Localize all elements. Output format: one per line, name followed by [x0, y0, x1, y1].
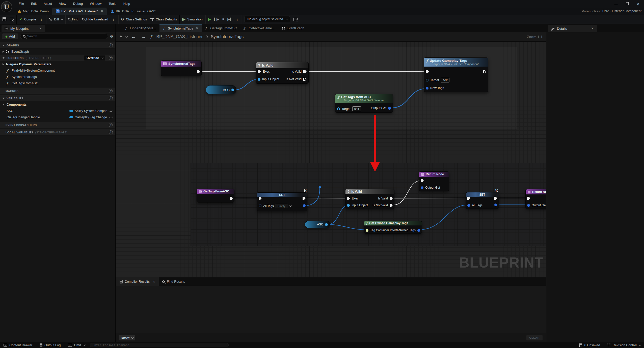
compile-button[interactable]: ✓ Compile: [19, 17, 36, 21]
close-tab-icon[interactable]: ✕: [153, 280, 155, 283]
node-asc-variable-2[interactable]: ASC: [305, 221, 330, 228]
exec-in-pin[interactable]: [347, 197, 350, 200]
forward-icon[interactable]: →: [140, 34, 147, 40]
show-filter-dropdown[interactable]: SHOW: [119, 335, 135, 340]
target-value-box[interactable]: self: [441, 78, 450, 82]
add-local-variable-icon[interactable]: +: [109, 130, 113, 134]
object-out-pin[interactable]: [325, 223, 328, 226]
menu-tools[interactable]: Tools: [105, 0, 120, 8]
find-button[interactable]: Find: [68, 17, 78, 21]
graph-tab-eventgraph[interactable]: EventGraph: [278, 24, 308, 32]
output-get-pin[interactable]: [421, 186, 423, 189]
back-icon[interactable]: ←: [130, 34, 137, 40]
exec-out-pin[interactable]: [390, 197, 393, 200]
alltags-in-pin[interactable]: [259, 205, 261, 207]
object-pin[interactable]: [347, 204, 350, 207]
add-graph-icon[interactable]: +: [109, 43, 113, 47]
exec-out-pin[interactable]: [303, 70, 307, 73]
menu-window[interactable]: Window: [86, 0, 105, 8]
exec-in-pin[interactable]: [426, 70, 429, 73]
function-item[interactable]: ƒ SyncInternalTags: [0, 74, 115, 80]
node-get-tags-from-asc[interactable]: ƒ Get Tags from ASC Target is BP DNA GAS…: [335, 94, 393, 113]
parent-class-link[interactable]: DNA - Listener Component: [602, 9, 641, 13]
object-out-pin[interactable]: [231, 89, 234, 91]
exec-out-pin[interactable]: [390, 204, 393, 207]
menu-debug[interactable]: Debug: [70, 0, 86, 8]
skip-button[interactable]: ▶: [227, 17, 232, 21]
console-command-input[interactable]: [93, 343, 226, 347]
play-button[interactable]: ▶: [208, 17, 211, 22]
function-category[interactable]: Niagara Dynamic Parameters: [0, 61, 115, 67]
menu-edit[interactable]: Edit: [28, 0, 40, 8]
alltags-out-pin[interactable]: [303, 204, 306, 207]
graph-tab-syncinternaltags[interactable]: ƒ SyncInternalTags ✕: [159, 24, 202, 32]
add-macro-icon[interactable]: +: [109, 89, 113, 93]
find-results-tab[interactable]: Find Results: [159, 277, 189, 286]
node-gettagsfromasc-event[interactable]: GetTagsFromASC: [197, 189, 234, 202]
override-dropdown[interactable]: Override: [84, 55, 105, 61]
exec-out-pin[interactable]: [483, 70, 486, 73]
bookmark-icon[interactable]: ⚑: [119, 35, 122, 39]
class-settings-button[interactable]: ⚙ Class Settings: [121, 17, 147, 21]
compiler-results-tab[interactable]: Compiler Results ✕: [116, 277, 159, 286]
graph-canvas[interactable]: BLUEPRINT: [116, 42, 546, 277]
owned-tags-pin[interactable]: [417, 229, 420, 232]
menu-file[interactable]: File: [15, 0, 28, 8]
output-get-pin[interactable]: [388, 107, 391, 110]
close-tab-icon[interactable]: ✕: [196, 26, 198, 30]
exec-in-pin[interactable]: [527, 197, 530, 200]
diff-button[interactable]: Diff: [49, 17, 62, 21]
search-input[interactable]: [27, 35, 105, 38]
object-pin[interactable]: [258, 78, 260, 81]
visibility-eye-icon[interactable]: [109, 110, 113, 112]
function-item[interactable]: ƒ GetTagsFromASC: [0, 80, 115, 86]
add-button[interactable]: + Add: [2, 34, 18, 39]
asset-tab-map-dna-demo[interactable]: Map_DNA_Demo: [14, 8, 52, 15]
debug-object-dropdown[interactable]: No debug object selected: [245, 16, 290, 22]
eventgraph-item[interactable]: EventGraph: [0, 48, 115, 55]
variable-item-asc[interactable]: ASC Ability System Compone: [0, 108, 115, 114]
browse-debug-icon[interactable]: [293, 18, 298, 21]
node-return-1[interactable]: Return Node Output Get: [419, 171, 449, 191]
target-pin[interactable]: [337, 107, 340, 110]
exec-out-pin[interactable]: [230, 197, 233, 200]
alltags-value-dropdown[interactable]: Empty: [276, 204, 287, 208]
tags-pin[interactable]: [426, 87, 428, 90]
details-tab[interactable]: Details ✕: [548, 25, 597, 32]
exec-in-pin[interactable]: [467, 197, 470, 200]
breadcrumb-root[interactable]: BP_DNA_GAS_Listener: [156, 34, 203, 39]
close-panel-icon[interactable]: ✕: [591, 27, 594, 30]
stop-button[interactable]: ■: [222, 17, 224, 21]
exec-out-pin[interactable]: [197, 70, 200, 73]
asset-tab-bp-dna-character-gas[interactable]: BP_DNA_To...racter_GAS*: [107, 8, 159, 15]
node-isvalid-1[interactable]: ? Is Valid Exec Is Valid Input Object Is…: [256, 62, 309, 84]
my-blueprint-tab[interactable]: My Blueprint ✕: [2, 25, 45, 32]
hide-unrelated-button[interactable]: Hide Unrelated: [82, 17, 108, 21]
graph-tab-findabilitysystem[interactable]: ƒ FindAbilitySyste...: [122, 24, 159, 32]
play-options-icon[interactable]: ⋮: [235, 17, 239, 21]
revision-control-button[interactable]: Revision Control: [604, 342, 644, 348]
close-tab-icon[interactable]: ✕: [101, 9, 103, 13]
local-variables-section-header[interactable]: LOCAL VARIABLES (SYNCINTERNALTAGS) +: [0, 129, 115, 135]
visibility-eye-icon[interactable]: [109, 116, 113, 118]
clear-button[interactable]: CLEAR: [526, 335, 543, 340]
target-value-box[interactable]: self: [352, 106, 361, 111]
exec-out-pin[interactable]: [303, 78, 307, 81]
macros-section-header[interactable]: MACROS +: [0, 88, 115, 94]
menu-help[interactable]: Help: [120, 0, 134, 8]
exec-in-pin[interactable]: [421, 179, 424, 182]
graphs-section-header[interactable]: GRAPHS +: [0, 42, 115, 48]
node-return-2[interactable]: Return Node Output Get: [525, 189, 546, 209]
exec-out-pin[interactable]: [494, 197, 497, 200]
components-category[interactable]: Components: [0, 101, 115, 108]
maximize-icon[interactable]: [625, 2, 629, 6]
node-get-owned-gameplay-tags[interactable]: ƒ Get Owned Gameplay Tags Tag Container …: [364, 221, 422, 234]
unsaved-button[interactable]: 6 Unsaved: [575, 342, 603, 348]
step-forward-button[interactable]: ▶: [214, 17, 219, 21]
chevron-down-icon[interactable]: [289, 204, 292, 207]
simulation-button[interactable]: ▶ Simulation: [182, 17, 203, 22]
add-variable-icon[interactable]: +: [109, 96, 113, 100]
node-syncinternaltags-event[interactable]: SyncInternalTags: [161, 61, 202, 76]
cmd-dropdown[interactable]: >_ Cmd: [64, 342, 88, 348]
graph-tab-getactivegame[interactable]: ƒ GetActiveGame...: [240, 24, 278, 32]
